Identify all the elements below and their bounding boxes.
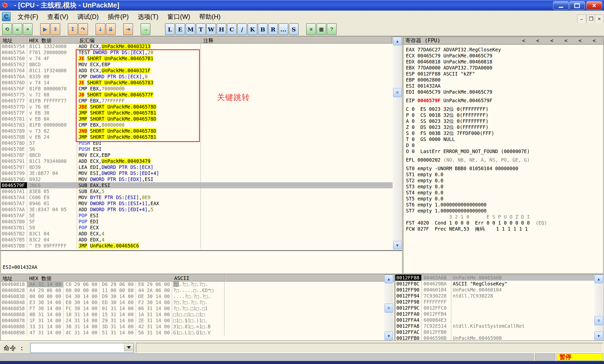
menu-item-调[interactable]: 调试(D) bbox=[73, 11, 103, 22]
scroll-down-icon[interactable]: ▼ bbox=[393, 241, 402, 249]
chevron-left-icon[interactable]: < bbox=[564, 38, 568, 44]
dump-row[interactable]: 0046083800 00 00 00D4 30 14 00D9 30 14 0… bbox=[1, 293, 385, 299]
dump-row[interactable]: 00460848E3 30 14 00E8 30 14 00ED 30 14 0… bbox=[1, 299, 385, 305]
stack-row[interactable]: 0012FFA4600084E3 bbox=[395, 317, 594, 323]
chevron-left-icon[interactable]: < bbox=[593, 38, 596, 44]
toolbar-letter-B-button[interactable]: B bbox=[258, 23, 268, 35]
register-line[interactable]: ESI 001432AA bbox=[406, 83, 603, 89]
stack-row[interactable]: 0012FFAC0012FFB0 bbox=[395, 329, 594, 335]
disasm-row[interactable]: 0046579181C1 79344000ADD ECX,UnPackMe.00… bbox=[1, 158, 393, 164]
stack-row[interactable]: 0012FF9000460104UnPackMe.00460104 bbox=[395, 287, 594, 293]
dump-row[interactable]: 00460858F7 30 14 00FC 30 14 0001 31 14 0… bbox=[1, 305, 385, 311]
dump-row[interactable]: 004608781F 31 14 0024 31 14 0029 31 14 0… bbox=[1, 317, 385, 323]
menu-item-窗[interactable]: 窗口(W) bbox=[163, 11, 195, 22]
register-line[interactable]: A 0 SS 0023 32位 0(FFFFFFFF) bbox=[406, 118, 603, 124]
toolbar-letter-L-button[interactable]: L bbox=[165, 23, 175, 35]
menu-item-插[interactable]: 插件(P) bbox=[103, 11, 133, 22]
register-line[interactable]: EDI 00465C79 UnPackMe.00465C79 bbox=[406, 89, 603, 95]
stack-row[interactable]: 0012FFA00012FFB4 bbox=[395, 311, 594, 317]
mdi-restore-button[interactable]: ❐ bbox=[587, 15, 596, 23]
close-process-button[interactable]: × bbox=[23, 23, 32, 35]
stack-row[interactable]: 0012FF8800465A6BUnPackMe.00465A6B bbox=[395, 275, 594, 281]
register-line[interactable]: ST6 empty 1.0000000000000000 bbox=[406, 202, 603, 208]
disasm-scrollbar[interactable]: ▲ ≡ ▼ bbox=[393, 37, 402, 249]
dump-row[interactable]: 00460828A4 29 06 0000 00 00 0011 00 00 8… bbox=[1, 287, 385, 293]
toolbar-letter-E-button[interactable]: E bbox=[175, 23, 185, 35]
toolbar-letter-M-button[interactable]: M bbox=[186, 23, 195, 35]
register-line[interactable]: C 0 ES 0023 32位 0(FFFFFFFF) bbox=[406, 106, 603, 112]
disasm-row[interactable]: 004657AA3E:8347 04 05ADD DWORD PTR DS:[E… bbox=[1, 206, 393, 212]
disasm-row[interactable]: 004657B583C2 04ADD EDX,4 bbox=[1, 237, 393, 243]
disasm-row[interactable]: 004657A183E8 05SUB EAX,5 bbox=[1, 188, 393, 194]
cpu-window-icon[interactable]: C bbox=[2, 12, 11, 21]
dump-row[interactable]: 00460818AA 32 14 00C6 29 06 00D6 29 06 0… bbox=[1, 281, 385, 287]
chevron-left-icon[interactable]: < bbox=[550, 38, 553, 44]
register-line[interactable]: ST1 empty 0.0 bbox=[406, 171, 603, 177]
disasm-row[interactable]: 0046575481C1 13324000ADD ECX,UnPackMe.00… bbox=[1, 43, 393, 49]
disasm-row[interactable]: 004657993E:8B77 04MOV ESI,DWORD PTR DS:[… bbox=[1, 170, 393, 176]
rewind-button[interactable]: « bbox=[13, 23, 22, 35]
run-button[interactable]: ▶ bbox=[40, 23, 50, 35]
toolbar-letter-W-button[interactable]: W bbox=[206, 23, 216, 35]
register-line[interactable]: EIP 0046579F UnPackMe.0046579F bbox=[406, 97, 603, 103]
register-line[interactable]: T 0 GS 0000 NULL bbox=[406, 136, 603, 142]
disasm-row[interactable]: 004657AF5EPOP ESI bbox=[1, 212, 393, 219]
register-line[interactable]: ST3 empty 0.0 bbox=[406, 184, 603, 190]
chevron-left-icon[interactable]: < bbox=[579, 38, 582, 44]
register-line[interactable]: ST5 empty 0.0 bbox=[406, 196, 603, 202]
dump-row[interactable]: 004608680B 31 14 0010 31 14 0015 31 14 0… bbox=[1, 311, 385, 317]
register-line[interactable]: ST4 empty 0.0 bbox=[406, 190, 603, 196]
toolbar-letter-/-button[interactable]: / bbox=[237, 23, 247, 35]
goto-button[interactable]: → bbox=[141, 23, 150, 35]
register-line[interactable]: FST 4020 Cond 1 0 0 0 Err 0 0 1 0 0 0 0 … bbox=[406, 220, 603, 226]
chevron-left-icon[interactable]: < bbox=[522, 38, 525, 44]
register-line[interactable]: O 0 LastErr ERROR_MOD_NOT_FOUND (0000007… bbox=[406, 148, 603, 154]
stack-row[interactable]: 0012FF947C930228ntdll.7C930228 bbox=[395, 293, 594, 299]
disasm-row[interactable]: 004657978D39LEA EDI,DWORD PTR DS:[ECX] bbox=[1, 164, 393, 170]
dump-scrollbar[interactable]: ▲ ≡ ▼ bbox=[384, 275, 393, 340]
disasm-row[interactable]: 004657A4C606 E9MOV BYTE PTR DS:[ESI],0E9 bbox=[1, 194, 393, 200]
scroll-up-icon[interactable]: ▲ bbox=[393, 37, 402, 45]
help-button[interactable]: ? bbox=[327, 23, 336, 35]
toolbar-letter-T-button[interactable]: T bbox=[196, 23, 206, 35]
chevron-left-icon[interactable]: < bbox=[536, 38, 539, 44]
disasm-row[interactable]: 004657B283C1 04ADD ECX,4 bbox=[1, 231, 393, 237]
register-line[interactable]: Z 0 DS 0023 32位 0(FFFFFFFF) bbox=[406, 124, 603, 130]
disasm-row[interactable]: 004657B05FPOP EDI bbox=[1, 219, 393, 225]
register-line[interactable]: ST2 empty 0.0 bbox=[406, 177, 603, 184]
register-line[interactable]: S 0 FS 003B 32位 7FFDF000(FFF) bbox=[406, 130, 603, 136]
scrollbar-thumb[interactable]: ≡ bbox=[594, 316, 603, 325]
scroll-up-icon[interactable]: ▲ bbox=[385, 275, 393, 283]
register-line[interactable]: EBX 77DA0000 ADVAPI32.77DA0000 bbox=[406, 65, 603, 71]
register-line[interactable]: ESP 0012FF88 ASCII "kZF" bbox=[406, 71, 603, 77]
step-into-button[interactable]: ↧ bbox=[68, 23, 78, 35]
stack-row[interactable]: 0012FF98FFFFFFFF bbox=[395, 299, 594, 305]
stack-row[interactable]: 0012FF8C004629BAASCII "RegCloseKey" bbox=[395, 281, 594, 287]
register-line[interactable]: P 0 CS 001B 32位 0(FFFFFFFF) bbox=[406, 112, 603, 118]
disasm-row[interactable]: 0046578F8BCDMOV ECX,EBP bbox=[1, 152, 393, 158]
scroll-down-icon[interactable]: ▼ bbox=[385, 332, 393, 340]
command-input[interactable] bbox=[31, 343, 124, 352]
register-line[interactable]: EFL 00000202 (NO, NB, NE, A, NS, PO, GE,… bbox=[406, 157, 603, 163]
register-line[interactable]: ST0 empty -UNORM BBB0 01050104 00000000 bbox=[406, 165, 603, 171]
menu-item-查[interactable]: 查看(V) bbox=[43, 11, 73, 22]
toolbar-letter-R-button[interactable]: R bbox=[268, 23, 278, 35]
stack-row[interactable]: 0012FFB00046590BUnPackMe.0046590B bbox=[395, 335, 594, 341]
toolbar-letter-S-button[interactable]: S bbox=[289, 23, 298, 35]
scrollbar-thumb[interactable]: ≡ bbox=[385, 304, 393, 313]
stack-row[interactable]: 0012FF9C0012FFC0 bbox=[395, 305, 594, 311]
register-line[interactable]: EAX 77DA6C27 ADVAPI32.RegCloseKey bbox=[406, 47, 603, 53]
trace-into-button[interactable]: ⇣ bbox=[96, 23, 105, 35]
disasm-row[interactable]: 0046579F2BC6SUB EAX,ESI bbox=[1, 182, 393, 188]
menu-item-帮[interactable]: 帮助(H) bbox=[195, 11, 225, 22]
toolbar-letter-K-button[interactable]: K bbox=[248, 23, 257, 35]
toolbar-letter-C-button[interactable]: C bbox=[227, 23, 237, 35]
minimize-button[interactable] bbox=[553, 1, 569, 10]
register-line[interactable]: D 0 bbox=[406, 142, 603, 148]
menu-item-选[interactable]: 选项(T) bbox=[133, 11, 163, 22]
toolbar-letter-...-button[interactable]: ... bbox=[279, 23, 288, 35]
register-line[interactable]: FCW 027F Prec NEAR,53 掩码 1 1 1 1 1 1 bbox=[406, 226, 603, 232]
register-line[interactable]: EDX 00460818 UnPackMe.00460818 bbox=[406, 59, 603, 65]
close-button[interactable]: × bbox=[586, 1, 602, 10]
disasm-row[interactable]: 004657B8^ E9 09FFFFFFJMP UnPackMe.004656… bbox=[1, 243, 393, 249]
